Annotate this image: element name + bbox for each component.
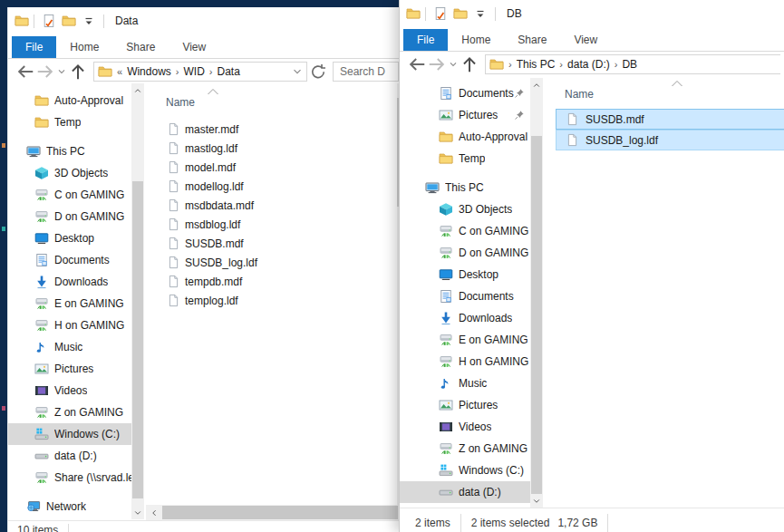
file-row[interactable]: model.mdf: [146, 158, 402, 177]
scroll-down-icon[interactable]: [530, 494, 543, 508]
sidebar-item[interactable]: Videos: [400, 416, 530, 438]
sidebar-item[interactable]: data (D:): [400, 481, 530, 503]
sidebar-item[interactable]: Documents: [400, 82, 530, 104]
forward-button[interactable]: [427, 55, 447, 73]
scrollbar-thumb[interactable]: [162, 506, 398, 519]
breadcrumb-segment[interactable]: data (D:): [567, 58, 610, 71]
refresh-button[interactable]: [309, 63, 327, 81]
column-header-name[interactable]: Name: [166, 96, 195, 109]
breadcrumb-segment[interactable]: WID: [183, 65, 204, 78]
sidebar-item[interactable]: E on GAMING: [400, 329, 530, 351]
file-row[interactable]: SUSDB_log.ldf: [146, 253, 402, 272]
sidebar-scrollbar[interactable]: [131, 83, 144, 519]
breadcrumb-separator[interactable]: ›: [171, 66, 184, 77]
sort-ascending-icon[interactable]: [206, 86, 220, 95]
sidebar-item[interactable]: H on GAMING: [8, 314, 131, 336]
sidebar-item[interactable]: C on GAMING: [400, 220, 530, 242]
sidebar-item[interactable]: Pictures: [400, 394, 530, 416]
sidebar-item[interactable]: Temp: [8, 111, 131, 133]
ribbon-tab[interactable]: Home: [56, 36, 112, 58]
sidebar-item[interactable]: Auto-Approval: [400, 126, 530, 148]
breadcrumb-segment[interactable]: Windows: [127, 65, 171, 78]
address-dropdown-icon[interactable]: [290, 64, 305, 79]
ribbon-tab[interactable]: Home: [448, 29, 504, 51]
up-button[interactable]: [68, 63, 88, 81]
sidebar-item[interactable]: 3D Objects: [400, 198, 530, 220]
sidebar-item[interactable]: Desktop: [8, 227, 131, 249]
sidebar-item[interactable]: E on GAMING: [8, 293, 131, 314]
sidebar-item[interactable]: Documents: [8, 249, 131, 271]
sidebar-item[interactable]: Downloads: [8, 271, 131, 293]
scroll-up-icon[interactable]: [530, 78, 543, 92]
breadcrumb-segment[interactable]: This PC: [517, 58, 556, 71]
sidebar-item[interactable]: H on GAMING: [400, 351, 530, 372]
sidebar-item[interactable]: D on GAMING: [400, 242, 530, 264]
sidebar-item[interactable]: C on GAMING: [8, 184, 131, 206]
scrollbar-thumb[interactable]: [132, 181, 143, 498]
sidebar-item[interactable]: Auto-Approval: [8, 90, 131, 111]
file-row[interactable]: modellog.ldf: [146, 177, 402, 196]
forward-button[interactable]: [35, 63, 55, 81]
breadcrumb-separator[interactable]: ›: [555, 59, 567, 70]
ribbon-tab[interactable]: View: [560, 29, 611, 51]
breadcrumb-separator[interactable]: «: [112, 66, 127, 77]
titlebar[interactable]: Data: [8, 7, 402, 34]
sidebar-item[interactable]: Music: [8, 336, 131, 358]
column-header-name[interactable]: Name: [565, 88, 594, 101]
horizontal-scrollbar[interactable]: [146, 505, 402, 520]
file-row[interactable]: mastlog.ldf: [146, 139, 402, 158]
sidebar-item[interactable]: Windows (C:): [8, 423, 131, 445]
file-row[interactable]: templog.ldf: [146, 291, 402, 310]
search-input[interactable]: Search D: [333, 62, 399, 82]
new-folder-button[interactable]: [450, 6, 470, 21]
breadcrumb-separator[interactable]: ›: [610, 59, 623, 70]
scroll-up-icon[interactable]: [131, 83, 144, 97]
sidebar-scrollbar[interactable]: [530, 78, 543, 508]
sidebar-item[interactable]: data (D:): [8, 445, 131, 467]
ribbon-tab[interactable]: Share: [112, 36, 169, 58]
address-bar[interactable]: ›This PC›data (D:)›DB: [485, 54, 780, 74]
address-bar[interactable]: «Windows›WID›Data: [93, 62, 307, 82]
sort-ascending-icon[interactable]: [670, 78, 684, 87]
sidebar-item[interactable]: Z on GAMING: [400, 438, 530, 459]
file-row[interactable]: msdblog.ldf: [146, 215, 402, 234]
titlebar[interactable]: DB: [400, 0, 784, 27]
sidebar-item[interactable]: Pictures: [400, 104, 530, 126]
properties-button[interactable]: [39, 14, 59, 28]
sidebar-item[interactable]: This PC: [8, 140, 131, 162]
breadcrumb-segment[interactable]: DB: [622, 58, 637, 71]
file-row[interactable]: master.mdf: [146, 120, 402, 139]
sidebar-item[interactable]: This PC: [400, 177, 530, 198]
sidebar-item[interactable]: Videos: [8, 380, 131, 401]
scroll-left-icon[interactable]: [146, 505, 161, 520]
sidebar-item[interactable]: Downloads: [400, 307, 530, 329]
customize-qat-button[interactable]: [79, 14, 99, 28]
scrollbar-thumb[interactable]: [531, 136, 542, 494]
file-row[interactable]: SUSDB_log.ldf: [556, 130, 784, 150]
breadcrumb-segment[interactable]: Data: [217, 65, 239, 78]
sidebar-item[interactable]: Share (\\srvad.le: [8, 467, 131, 488]
properties-button[interactable]: [431, 6, 450, 21]
breadcrumb-separator[interactable]: ›: [205, 66, 218, 77]
sidebar-item[interactable]: D on GAMING: [8, 206, 131, 227]
ribbon-tab[interactable]: View: [169, 36, 219, 58]
back-button[interactable]: [15, 63, 35, 81]
file-row[interactable]: msdbdata.mdf: [146, 196, 402, 215]
breadcrumb-separator[interactable]: ›: [504, 59, 517, 70]
ribbon-tab[interactable]: File: [403, 29, 448, 51]
ribbon-tab[interactable]: File: [12, 36, 56, 58]
ribbon-tab[interactable]: Share: [504, 29, 560, 51]
file-row[interactable]: SUSDB.mdf: [556, 109, 784, 130]
file-row[interactable]: tempdb.mdf: [146, 272, 402, 291]
recent-locations-button[interactable]: [55, 63, 68, 81]
sidebar-item[interactable]: Pictures: [8, 358, 131, 380]
recent-locations-button[interactable]: [447, 55, 460, 73]
file-row[interactable]: SUSDB.mdf: [146, 234, 402, 253]
sidebar-item[interactable]: Documents: [400, 285, 530, 307]
sidebar-item[interactable]: Windows (C:): [400, 459, 530, 481]
up-button[interactable]: [460, 55, 479, 73]
sidebar-item[interactable]: Z on GAMING: [8, 401, 131, 423]
sidebar-item[interactable]: Music: [400, 372, 530, 394]
back-button[interactable]: [407, 55, 427, 73]
sidebar-item[interactable]: 3D Objects: [8, 162, 131, 184]
